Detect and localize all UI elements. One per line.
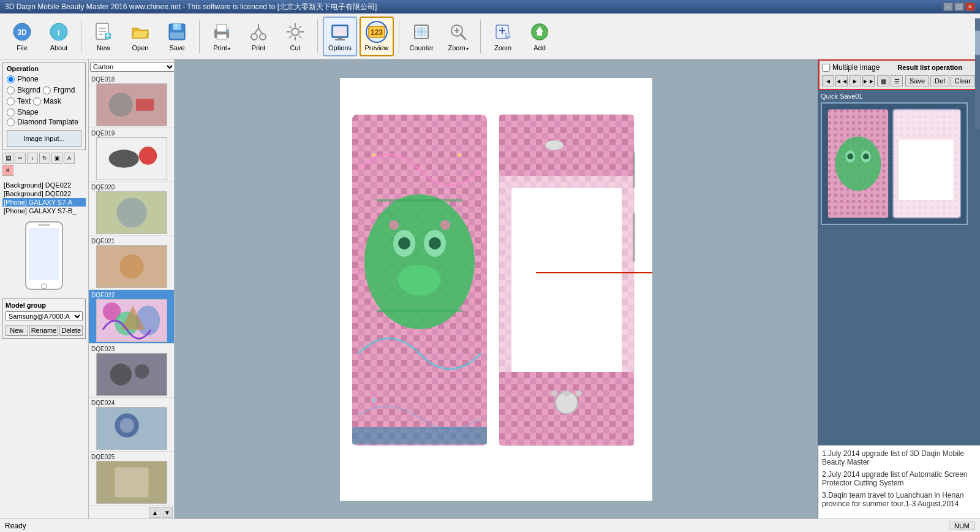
preview-button[interactable]: Options — [323, 17, 357, 56]
thumb-item-dqe019[interactable]: DQE019 — [89, 128, 174, 182]
nav-last[interactable]: ►► — [862, 75, 875, 86]
new-button[interactable]: + New — [86, 17, 121, 56]
save-result-button[interactable]: Save — [905, 75, 929, 86]
multi-image-checkbox[interactable] — [822, 64, 830, 72]
svg-rect-15 — [217, 25, 227, 32]
toolbar: 3D File i About + New Open Save Print▾ — [0, 13, 980, 59]
nav-prev[interactable]: ◄◄ — [835, 75, 848, 86]
new-label: New — [97, 44, 110, 51]
model-group: Model group Samsung@A7000:A New Rename D… — [2, 298, 86, 339]
maximize-button[interactable]: □ — [954, 2, 964, 11]
num-indicator: NUM — [949, 522, 975, 530]
img-tb-2[interactable]: ✂ — [15, 153, 26, 164]
svg-rect-36 — [335, 39, 345, 40]
thumb-item-dqe021[interactable]: DQE021 — [89, 236, 174, 290]
quick-save-thumb[interactable] — [821, 102, 968, 225]
result-scrollbar[interactable] — [975, 90, 980, 129]
multi-image-label: Multiple image — [832, 63, 880, 72]
img-tb-3[interactable]: ↕ — [27, 153, 38, 164]
zoom-label: Zoom▾ — [448, 44, 468, 51]
svg-rect-103 — [499, 115, 634, 176]
result-header: Multiple image Result list operation ◄ ◄… — [818, 59, 980, 90]
open-label: Open — [132, 44, 149, 51]
svg-rect-81 — [115, 467, 148, 497]
thumb-item-dqe023[interactable]: DQE023 — [89, 344, 174, 398]
fit-button[interactable]: Counter — [404, 17, 439, 56]
mask-radio[interactable] — [33, 97, 41, 105]
minimize-button[interactable]: ─ — [943, 2, 953, 11]
svg-text:+: + — [505, 31, 510, 39]
status-bar: Ready NUM — [0, 519, 980, 532]
image-input-button[interactable]: Image Input... — [7, 130, 81, 147]
counter-label: Preview — [364, 44, 388, 51]
preview-label: Options — [328, 44, 352, 51]
svg-text:3D: 3D — [17, 28, 27, 37]
view-grid[interactable]: ▦ — [877, 75, 889, 86]
save-button[interactable]: Save — [160, 17, 194, 56]
img-tb-5[interactable]: ▣ — [51, 153, 62, 164]
cut-button[interactable]: Print — [241, 17, 276, 56]
thumb-item-dqe024[interactable]: DQE024 — [89, 398, 174, 452]
add-button[interactable]: + Zoom — [486, 17, 520, 56]
print-icon — [211, 21, 233, 43]
layer-item-4[interactable]: [Phone] GALAXY S7-B_ — [2, 207, 86, 215]
svg-point-90 — [429, 237, 441, 249]
phone-radio[interactable] — [7, 75, 15, 83]
upgrade-button[interactable]: Add — [522, 17, 557, 56]
print-button[interactable]: Print▾ — [205, 17, 239, 56]
operation-title: Operation — [7, 65, 81, 72]
clear-result-button[interactable]: Clear — [951, 75, 975, 86]
thumb-img-021 — [96, 245, 167, 288]
model-buttons: New Rename Delete — [6, 325, 83, 336]
delete-model-button[interactable]: Delete — [59, 325, 83, 336]
about-button[interactable]: i About — [42, 17, 76, 56]
layer-item-2[interactable]: [Background] DQE022 — [2, 189, 86, 198]
layer-item-3[interactable]: [Phone] GALAXY S7-A — [2, 198, 86, 207]
bkgrnd-radio[interactable] — [7, 86, 15, 94]
img-tb-1[interactable]: 🖼 — [2, 153, 13, 164]
file-button[interactable]: 3D File — [5, 17, 39, 56]
thumb-label-019: DQE019 — [90, 129, 173, 137]
new-model-button[interactable]: New — [6, 325, 28, 336]
separator-4 — [399, 20, 399, 53]
img-tb-4[interactable]: ↻ — [39, 153, 50, 164]
model-select[interactable]: Samsung@A7000:A — [6, 311, 83, 321]
bkgrnd-radio-row: Bkgrnd — [7, 86, 40, 94]
left-panel: Operation Phone Bkgrnd Frgrnd Text — [0, 59, 89, 519]
thumb-item-dqe018[interactable]: DQE018 — [89, 74, 174, 128]
img-tb-delete[interactable]: ✕ — [2, 165, 13, 176]
open-button[interactable]: Open — [123, 17, 157, 56]
del-result-button[interactable]: Del — [930, 75, 949, 86]
close-button[interactable]: ✕ — [965, 2, 975, 11]
text-radio[interactable] — [7, 97, 15, 105]
thumb-label-024: DQE024 — [90, 399, 173, 407]
diamond-radio[interactable] — [7, 118, 15, 126]
svg-rect-12 — [175, 24, 178, 29]
phone-radio-row: Phone — [7, 75, 81, 83]
layer-item-1[interactable]: [Background] DQE022 — [2, 181, 86, 189]
svg-point-60 — [108, 93, 132, 116]
scroll-up-btn[interactable]: ▲ — [149, 507, 160, 518]
options-button[interactable]: Cut — [278, 17, 312, 56]
img-tb-6[interactable]: A — [64, 153, 75, 164]
scroll-down-btn[interactable]: ▼ — [162, 507, 173, 518]
separator-2 — [199, 20, 200, 53]
rename-model-button[interactable]: Rename — [29, 325, 59, 336]
thumb-item-dqe020[interactable]: DQE020 — [89, 182, 174, 236]
frgrnd-radio[interactable] — [43, 86, 51, 94]
nav-first[interactable]: ◄ — [822, 75, 834, 86]
quick-save-preview — [822, 102, 967, 225]
svg-text:✦: ✦ — [371, 396, 377, 405]
carton-select[interactable]: Carton — [90, 62, 175, 72]
info-item-1: 1.July 2014 upgrade list of 3D Daqin Mob… — [822, 449, 976, 466]
zoom-button[interactable]: Zoom▾ — [441, 17, 475, 56]
svg-rect-34 — [333, 26, 347, 36]
thumb-item-dqe022[interactable]: DQE022 — [89, 290, 174, 344]
frgrnd-radio-row: Frgrnd — [43, 86, 75, 94]
nav-next[interactable]: ► — [849, 75, 861, 86]
view-list[interactable]: ☰ — [891, 75, 903, 86]
about-label: About — [50, 44, 68, 51]
shape-radio[interactable] — [7, 108, 15, 116]
thumb-item-dqe025[interactable]: DQE025 — [89, 452, 174, 506]
counter-button[interactable]: 123 Preview — [360, 17, 394, 56]
